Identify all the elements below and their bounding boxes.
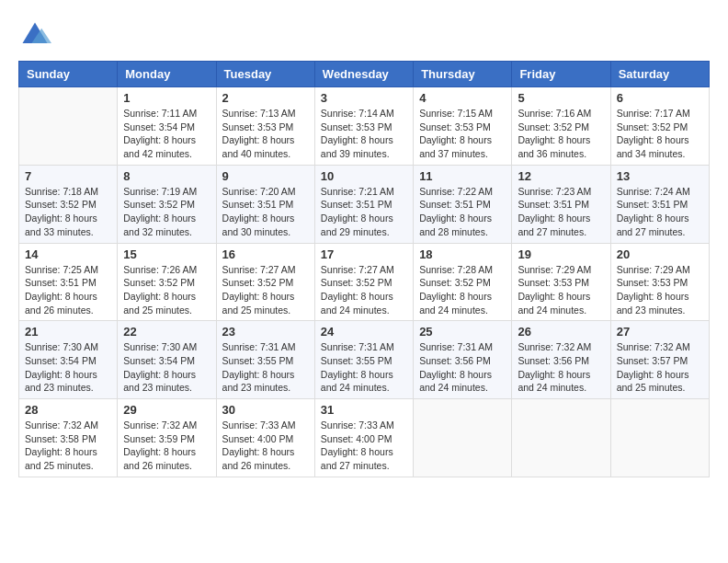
day-number: 13 xyxy=(617,169,703,183)
day-number: 8 xyxy=(123,169,210,183)
calendar-cell: 27 Sunrise: 7:32 AMSunset: 3:57 PMDaylig… xyxy=(610,321,709,399)
day-info: Sunrise: 7:17 AMSunset: 3:52 PMDaylight:… xyxy=(617,107,703,161)
day-info: Sunrise: 7:27 AMSunset: 3:52 PMDaylight:… xyxy=(222,263,309,317)
day-info: Sunrise: 7:23 AMSunset: 3:51 PMDaylight:… xyxy=(518,185,604,239)
day-info: Sunrise: 7:32 AMSunset: 3:59 PMDaylight:… xyxy=(123,419,210,473)
day-info: Sunrise: 7:14 AMSunset: 3:53 PMDaylight:… xyxy=(321,107,407,161)
day-info: Sunrise: 7:30 AMSunset: 3:54 PMDaylight:… xyxy=(25,340,111,395)
calendar: SundayMondayTuesdayWednesdayThursdayFrid… xyxy=(18,61,710,477)
calendar-cell: 20 Sunrise: 7:29 AMSunset: 3:53 PMDaylig… xyxy=(610,243,709,321)
calendar-cell: 7 Sunrise: 7:18 AMSunset: 3:52 PMDayligh… xyxy=(19,165,118,243)
calendar-cell: 22 Sunrise: 7:30 AMSunset: 3:54 PMDaylig… xyxy=(118,321,216,399)
calendar-cell: 29 Sunrise: 7:32 AMSunset: 3:59 PMDaylig… xyxy=(118,399,216,477)
day-number: 1 xyxy=(123,91,210,105)
calendar-cell: 4 Sunrise: 7:15 AMSunset: 3:53 PMDayligh… xyxy=(414,87,512,166)
day-number: 18 xyxy=(419,247,506,261)
calendar-header-wednesday: Wednesday xyxy=(314,62,413,87)
calendar-cell: 21 Sunrise: 7:30 AMSunset: 3:54 PMDaylig… xyxy=(19,321,118,399)
calendar-cell: 13 Sunrise: 7:24 AMSunset: 3:51 PMDaylig… xyxy=(610,165,709,243)
calendar-cell: 18 Sunrise: 7:28 AMSunset: 3:52 PMDaylig… xyxy=(414,243,512,321)
calendar-cell: 10 Sunrise: 7:21 AMSunset: 3:51 PMDaylig… xyxy=(314,165,413,243)
calendar-cell: 19 Sunrise: 7:29 AMSunset: 3:53 PMDaylig… xyxy=(512,243,610,321)
calendar-cell: 15 Sunrise: 7:26 AMSunset: 3:52 PMDaylig… xyxy=(118,243,216,321)
day-info: Sunrise: 7:20 AMSunset: 3:51 PMDaylight:… xyxy=(222,185,309,239)
calendar-header-row: SundayMondayTuesdayWednesdayThursdayFrid… xyxy=(19,62,710,87)
day-info: Sunrise: 7:32 AMSunset: 3:56 PMDaylight:… xyxy=(518,340,604,395)
calendar-week-row: 7 Sunrise: 7:18 AMSunset: 3:52 PMDayligh… xyxy=(19,165,710,243)
day-number: 5 xyxy=(518,91,604,105)
calendar-week-row: 21 Sunrise: 7:30 AMSunset: 3:54 PMDaylig… xyxy=(19,321,710,399)
day-number: 22 xyxy=(123,325,210,339)
calendar-cell xyxy=(610,399,709,477)
day-number: 30 xyxy=(222,403,309,417)
header xyxy=(18,18,710,52)
day-number: 7 xyxy=(25,169,111,183)
day-info: Sunrise: 7:33 AMSunset: 4:00 PMDaylight:… xyxy=(321,419,407,473)
day-number: 17 xyxy=(321,247,407,261)
calendar-week-row: 14 Sunrise: 7:25 AMSunset: 3:51 PMDaylig… xyxy=(19,243,710,321)
day-number: 12 xyxy=(518,169,604,183)
calendar-cell: 12 Sunrise: 7:23 AMSunset: 3:51 PMDaylig… xyxy=(512,165,610,243)
calendar-cell xyxy=(19,87,118,166)
day-info: Sunrise: 7:33 AMSunset: 4:00 PMDaylight:… xyxy=(222,419,309,473)
day-number: 6 xyxy=(617,91,703,105)
day-info: Sunrise: 7:19 AMSunset: 3:52 PMDaylight:… xyxy=(123,185,210,239)
day-info: Sunrise: 7:31 AMSunset: 3:55 PMDaylight:… xyxy=(321,340,407,395)
day-number: 23 xyxy=(222,325,309,339)
day-number: 9 xyxy=(222,169,309,183)
day-number: 10 xyxy=(321,169,407,183)
logo-icon xyxy=(18,18,51,52)
calendar-header-monday: Monday xyxy=(118,62,216,87)
day-info: Sunrise: 7:28 AMSunset: 3:52 PMDaylight:… xyxy=(419,263,506,317)
day-number: 20 xyxy=(617,247,703,261)
day-number: 3 xyxy=(321,91,407,105)
day-info: Sunrise: 7:16 AMSunset: 3:52 PMDaylight:… xyxy=(518,107,604,161)
day-info: Sunrise: 7:22 AMSunset: 3:51 PMDaylight:… xyxy=(419,185,506,239)
day-info: Sunrise: 7:31 AMSunset: 3:56 PMDaylight:… xyxy=(419,340,506,395)
calendar-cell: 1 Sunrise: 7:11 AMSunset: 3:54 PMDayligh… xyxy=(118,87,216,166)
calendar-cell: 9 Sunrise: 7:20 AMSunset: 3:51 PMDayligh… xyxy=(216,165,314,243)
calendar-cell: 31 Sunrise: 7:33 AMSunset: 4:00 PMDaylig… xyxy=(314,399,413,477)
day-info: Sunrise: 7:29 AMSunset: 3:53 PMDaylight:… xyxy=(518,263,604,317)
calendar-week-row: 1 Sunrise: 7:11 AMSunset: 3:54 PMDayligh… xyxy=(19,87,710,166)
day-number: 25 xyxy=(419,325,506,339)
day-info: Sunrise: 7:11 AMSunset: 3:54 PMDaylight:… xyxy=(123,107,210,161)
calendar-cell: 26 Sunrise: 7:32 AMSunset: 3:56 PMDaylig… xyxy=(512,321,610,399)
calendar-cell: 6 Sunrise: 7:17 AMSunset: 3:52 PMDayligh… xyxy=(610,87,709,166)
calendar-header-tuesday: Tuesday xyxy=(216,62,314,87)
day-number: 31 xyxy=(321,403,407,417)
day-info: Sunrise: 7:15 AMSunset: 3:53 PMDaylight:… xyxy=(419,107,506,161)
day-number: 4 xyxy=(419,91,506,105)
calendar-cell: 17 Sunrise: 7:27 AMSunset: 3:52 PMDaylig… xyxy=(314,243,413,321)
calendar-cell: 11 Sunrise: 7:22 AMSunset: 3:51 PMDaylig… xyxy=(414,165,512,243)
day-number: 21 xyxy=(25,325,111,339)
day-info: Sunrise: 7:26 AMSunset: 3:52 PMDaylight:… xyxy=(123,263,210,317)
calendar-cell: 3 Sunrise: 7:14 AMSunset: 3:53 PMDayligh… xyxy=(314,87,413,166)
calendar-cell: 8 Sunrise: 7:19 AMSunset: 3:52 PMDayligh… xyxy=(118,165,216,243)
day-number: 14 xyxy=(25,247,111,261)
calendar-cell: 25 Sunrise: 7:31 AMSunset: 3:56 PMDaylig… xyxy=(414,321,512,399)
day-info: Sunrise: 7:32 AMSunset: 3:58 PMDaylight:… xyxy=(25,419,111,473)
calendar-header-thursday: Thursday xyxy=(414,62,512,87)
day-info: Sunrise: 7:24 AMSunset: 3:51 PMDaylight:… xyxy=(617,185,703,239)
calendar-cell: 16 Sunrise: 7:27 AMSunset: 3:52 PMDaylig… xyxy=(216,243,314,321)
day-info: Sunrise: 7:29 AMSunset: 3:53 PMDaylight:… xyxy=(617,263,703,317)
day-info: Sunrise: 7:32 AMSunset: 3:57 PMDaylight:… xyxy=(617,340,703,395)
day-number: 26 xyxy=(518,325,604,339)
calendar-cell: 30 Sunrise: 7:33 AMSunset: 4:00 PMDaylig… xyxy=(216,399,314,477)
calendar-header-sunday: Sunday xyxy=(19,62,118,87)
day-number: 19 xyxy=(518,247,604,261)
day-number: 2 xyxy=(222,91,309,105)
calendar-cell xyxy=(414,399,512,477)
day-info: Sunrise: 7:27 AMSunset: 3:52 PMDaylight:… xyxy=(321,263,407,317)
day-info: Sunrise: 7:31 AMSunset: 3:55 PMDaylight:… xyxy=(222,340,309,395)
calendar-cell: 28 Sunrise: 7:32 AMSunset: 3:58 PMDaylig… xyxy=(19,399,118,477)
calendar-cell: 2 Sunrise: 7:13 AMSunset: 3:53 PMDayligh… xyxy=(216,87,314,166)
logo xyxy=(18,18,55,52)
calendar-header-saturday: Saturday xyxy=(610,62,709,87)
calendar-cell: 23 Sunrise: 7:31 AMSunset: 3:55 PMDaylig… xyxy=(216,321,314,399)
day-info: Sunrise: 7:25 AMSunset: 3:51 PMDaylight:… xyxy=(25,263,111,317)
day-info: Sunrise: 7:30 AMSunset: 3:54 PMDaylight:… xyxy=(123,340,210,395)
day-info: Sunrise: 7:21 AMSunset: 3:51 PMDaylight:… xyxy=(321,185,407,239)
day-number: 24 xyxy=(321,325,407,339)
